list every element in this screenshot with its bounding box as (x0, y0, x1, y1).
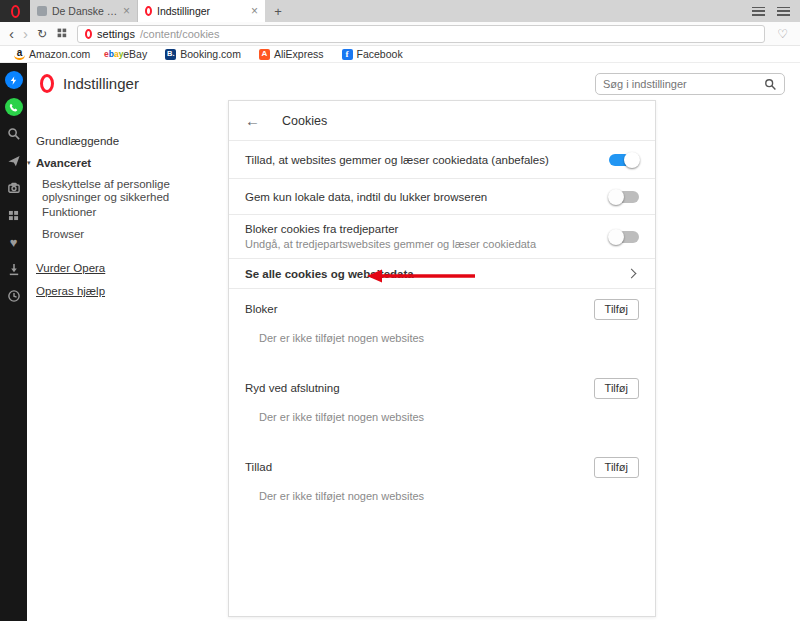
speed-dial-grid-icon[interactable] (56, 25, 68, 43)
url-field[interactable]: settings/content/cookies (77, 25, 765, 43)
sidebar-rail: ♥ (0, 63, 27, 621)
forward-nav-icon[interactable]: › (23, 26, 28, 41)
bookmark-label: Amazon.com (29, 48, 90, 60)
camera-snapshot-icon[interactable] (5, 179, 23, 197)
link-operas-hjaelp[interactable]: Operas hjælp (36, 285, 105, 297)
settings-page: Indstillinger Grundlæggende ▾ Avanceret … (27, 63, 800, 621)
opera-logo-icon (11, 5, 20, 18)
sidebar-item-grundlaeggende[interactable]: Grundlæggende (36, 135, 119, 147)
back-arrow-icon[interactable]: ← (245, 112, 260, 129)
bookmark-facebook[interactable]: f Facebook (342, 48, 403, 60)
tab-bar: De Danske Panser Bataljon × Indstillinge… (0, 0, 800, 22)
downloads-icon[interactable] (5, 260, 23, 278)
url-text-base: settings (97, 28, 135, 40)
third-party-toggle[interactable] (609, 231, 639, 243)
local-data-toggle[interactable] (609, 191, 639, 203)
whatsapp-icon[interactable] (5, 98, 23, 116)
bookmark-label: Booking.com (180, 48, 241, 60)
bookmark-booking[interactable]: B. Booking.com (165, 48, 241, 60)
setting-label: Gem kun lokale data, indtil du lukker br… (245, 191, 487, 203)
back-nav-icon[interactable]: ‹ (9, 26, 14, 41)
tab-title: De Danske Panser Bataljon (52, 5, 118, 17)
toggle-knob (608, 229, 624, 245)
messenger-icon[interactable] (5, 71, 23, 89)
section-title: Bloker (245, 303, 278, 315)
bookmark-amazon[interactable]: a Amazon.com (14, 48, 90, 60)
amazon-icon: a (14, 49, 25, 60)
see-all-cookies-row[interactable]: Se alle cookies og websitedata (229, 259, 655, 289)
opera-logo-icon (40, 74, 54, 93)
settings-search-input[interactable] (603, 78, 764, 90)
paper-plane-icon[interactable] (5, 152, 23, 170)
facebook-icon: f (342, 49, 353, 60)
sidebar-item-avanceret[interactable]: ▾ Avanceret (36, 157, 91, 169)
bookmark-label: eBay (123, 48, 147, 60)
settings-search[interactable] (595, 73, 785, 95)
sidebar-item-funktioner[interactable]: Funktioner (42, 206, 96, 218)
toggle-knob (608, 189, 624, 205)
empty-state-text: Der er ikke tilføjet nogen websites (259, 411, 639, 423)
empty-state-text: Der er ikke tilføjet nogen websites (259, 490, 639, 502)
expand-triangle-icon: ▾ (27, 159, 31, 167)
chevron-right-icon (627, 269, 637, 279)
history-clock-icon[interactable] (5, 287, 23, 305)
toggle-knob (624, 152, 640, 168)
tab-indstillinger[interactable]: Indstillinger × (138, 0, 265, 22)
add-button[interactable]: Tilføj (594, 299, 639, 320)
close-tab-icon[interactable]: × (123, 5, 130, 17)
bookmarks-bar: a Amazon.com ebay eBay B. Booking.com A … (0, 46, 800, 63)
section-tillad: Tillad Tilføj Der er ikke tilføjet nogen… (229, 456, 655, 526)
tab-favicon (37, 6, 47, 16)
speed-dial-icon[interactable] (5, 206, 23, 224)
new-tab-button[interactable]: + (265, 0, 291, 22)
bookmark-heart-icon[interactable]: ♡ (774, 27, 791, 41)
address-bar: ‹ › ↻ settings/content/cookies ♡ (0, 22, 800, 46)
close-tab-icon[interactable]: × (251, 5, 258, 17)
bookmark-ebay[interactable]: ebay eBay (108, 48, 147, 60)
bookmarks-heart-icon[interactable]: ♥ (5, 233, 23, 251)
reload-icon[interactable]: ↻ (37, 27, 47, 41)
setting-sublabel: Undgå, at tredjepartswebsites gemmer og … (245, 238, 536, 250)
opera-menu-button[interactable] (0, 0, 30, 22)
opera-page-icon (85, 29, 92, 39)
sidebar-item-label: Avanceret (36, 157, 91, 169)
setting-row-allow-cookies: Tillad, at websites gemmer og læser cook… (229, 141, 655, 179)
tab-de-danske-panser[interactable]: De Danske Panser Bataljon × (30, 0, 138, 22)
settings-header: Indstillinger (40, 74, 139, 93)
section-bloker: Bloker Tilføj Der er ikke tilføjet nogen… (229, 298, 655, 368)
url-text-path: /content/cookies (140, 28, 220, 40)
link-vurder-opera[interactable]: Vurder Opera (36, 262, 105, 274)
aliexpress-icon: A (259, 49, 270, 60)
setting-row-third-party: Bloker cookies fra tredjeparter Undgå, a… (229, 215, 655, 259)
opera-favicon-icon (145, 6, 152, 16)
add-button[interactable]: Tilføj (594, 457, 639, 478)
allow-cookies-toggle[interactable] (609, 154, 639, 166)
bookmark-label: Facebook (357, 48, 403, 60)
card-header: ← Cookies (229, 101, 655, 141)
search-icon[interactable] (5, 125, 23, 143)
tab-title: Indstillinger (157, 5, 246, 17)
empty-state-text: Der er ikke tilføjet nogen websites (259, 332, 639, 344)
setting-row-local-data: Gem kun lokale data, indtil du lukker br… (229, 179, 655, 215)
card-title: Cookies (282, 114, 327, 128)
sidebar-item-browser[interactable]: Browser (42, 228, 84, 240)
tab-menu-icon[interactable] (752, 7, 765, 16)
cookies-settings-card: ← Cookies Tillad, at websites gemmer og … (228, 100, 656, 617)
setting-label: Bloker cookies fra tredjeparter (245, 223, 536, 235)
bookmark-label: AliExpress (274, 48, 324, 60)
bookmark-aliexpress[interactable]: A AliExpress (259, 48, 324, 60)
search-icon[interactable] (764, 78, 777, 91)
sidebar-item-beskyttelse[interactable]: Beskyttelse af personlige oplysninger og… (42, 178, 190, 204)
ebay-icon: ebay (108, 49, 119, 60)
add-button[interactable]: Tilføj (594, 378, 639, 399)
section-title: Ryd ved afslutning (245, 382, 340, 394)
section-ryd-ved-afslutning: Ryd ved afslutning Tilføj Der er ikke ti… (229, 377, 655, 447)
setting-label: Tillad, at websites gemmer og læser cook… (245, 154, 549, 166)
page-title: Indstillinger (63, 75, 139, 92)
booking-icon: B. (165, 49, 176, 60)
browser-menu-icon[interactable] (777, 7, 790, 16)
see-all-cookies-label: Se alle cookies og websitedata (245, 268, 414, 280)
section-title: Tillad (245, 461, 272, 473)
